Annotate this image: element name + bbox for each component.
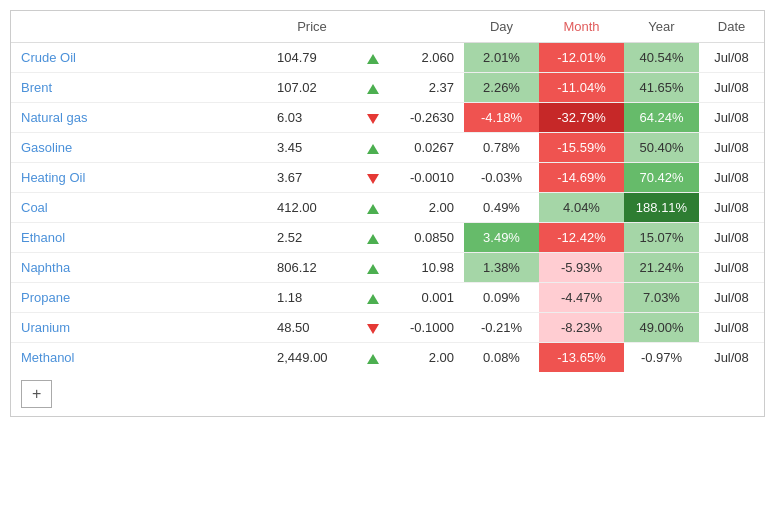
header-day: Day: [464, 11, 539, 43]
arrow-up-icon: [367, 354, 379, 364]
commodity-month: -11.04%: [539, 73, 624, 103]
commodity-day: 2.26%: [464, 73, 539, 103]
commodity-name[interactable]: Gasoline: [11, 133, 267, 163]
commodity-date: Jul/08: [699, 163, 764, 193]
commodity-price: 107.02: [267, 73, 357, 103]
table-row: Propane1.180.0010.09%-4.47%7.03%Jul/08: [11, 283, 764, 313]
commodity-direction: [357, 313, 389, 343]
header-arrow: [357, 11, 389, 43]
commodity-name[interactable]: Brent: [11, 73, 267, 103]
commodity-year: 49.00%: [624, 313, 699, 343]
commodity-direction: [357, 343, 389, 373]
add-row-button[interactable]: +: [21, 380, 52, 408]
table-row: Coal412.002.000.49%4.04%188.11%Jul/08: [11, 193, 764, 223]
commodity-month: -13.65%: [539, 343, 624, 373]
commodity-direction: [357, 163, 389, 193]
add-row-section: +: [11, 372, 764, 416]
commodity-day: 3.49%: [464, 223, 539, 253]
commodity-month: 4.04%: [539, 193, 624, 223]
commodity-date: Jul/08: [699, 253, 764, 283]
commodity-price: 48.50: [267, 313, 357, 343]
commodity-day: 0.49%: [464, 193, 539, 223]
commodity-date: Jul/08: [699, 313, 764, 343]
commodity-direction: [357, 73, 389, 103]
header-change: [389, 11, 464, 43]
commodity-year: 41.65%: [624, 73, 699, 103]
commodity-name[interactable]: Naphtha: [11, 253, 267, 283]
commodity-date: Jul/08: [699, 223, 764, 253]
commodity-direction: [357, 253, 389, 283]
commodity-direction: [357, 43, 389, 73]
arrow-up-icon: [367, 204, 379, 214]
commodity-price: 806.12: [267, 253, 357, 283]
commodity-name[interactable]: Ethanol: [11, 223, 267, 253]
commodity-month: -4.47%: [539, 283, 624, 313]
commodity-price: 6.03: [267, 103, 357, 133]
table-row: Natural gas6.03-0.2630-4.18%-32.79%64.24…: [11, 103, 764, 133]
commodity-date: Jul/08: [699, 43, 764, 73]
arrow-down-icon: [367, 174, 379, 184]
commodity-date: Jul/08: [699, 133, 764, 163]
commodity-price: 2,449.00: [267, 343, 357, 373]
commodity-day: -0.21%: [464, 313, 539, 343]
commodity-date: Jul/08: [699, 103, 764, 133]
commodity-name[interactable]: Propane: [11, 283, 267, 313]
commodity-change: 0.0850: [389, 223, 464, 253]
commodity-month: -12.42%: [539, 223, 624, 253]
commodity-month: -8.23%: [539, 313, 624, 343]
commodity-change: 10.98: [389, 253, 464, 283]
header-year: Year: [624, 11, 699, 43]
table-row: Naphtha806.1210.981.38%-5.93%21.24%Jul/0…: [11, 253, 764, 283]
commodity-year: 15.07%: [624, 223, 699, 253]
commodity-year: 50.40%: [624, 133, 699, 163]
arrow-up-icon: [367, 234, 379, 244]
commodity-name[interactable]: Coal: [11, 193, 267, 223]
commodity-date: Jul/08: [699, 193, 764, 223]
arrow-down-icon: [367, 324, 379, 334]
arrow-up-icon: [367, 84, 379, 94]
commodity-price: 3.67: [267, 163, 357, 193]
commodity-change: -0.0010: [389, 163, 464, 193]
header-price: Price: [267, 11, 357, 43]
commodity-year: 7.03%: [624, 283, 699, 313]
commodity-direction: [357, 283, 389, 313]
commodity-name[interactable]: Heating Oil: [11, 163, 267, 193]
header-date: Date: [699, 11, 764, 43]
commodity-day: 0.08%: [464, 343, 539, 373]
table-header-row: Price Day Month Year Date: [11, 11, 764, 43]
commodity-direction: [357, 103, 389, 133]
arrow-up-icon: [367, 264, 379, 274]
arrow-up-icon: [367, 54, 379, 64]
commodity-year: -0.97%: [624, 343, 699, 373]
table-body: Crude Oil104.792.0602.01%-12.01%40.54%Ju…: [11, 43, 764, 373]
commodity-year: 70.42%: [624, 163, 699, 193]
table-row: Methanol2,449.002.000.08%-13.65%-0.97%Ju…: [11, 343, 764, 373]
commodity-year: 21.24%: [624, 253, 699, 283]
commodity-change: 2.060: [389, 43, 464, 73]
commodity-direction: [357, 223, 389, 253]
commodity-direction: [357, 133, 389, 163]
commodities-table: Price Day Month Year Date Crude Oil104.7…: [11, 11, 764, 372]
arrow-up-icon: [367, 144, 379, 154]
commodity-month: -5.93%: [539, 253, 624, 283]
commodity-date: Jul/08: [699, 343, 764, 373]
commodity-day: 0.78%: [464, 133, 539, 163]
table-row: Brent107.022.372.26%-11.04%41.65%Jul/08: [11, 73, 764, 103]
commodity-month: -12.01%: [539, 43, 624, 73]
table-row: Crude Oil104.792.0602.01%-12.01%40.54%Ju…: [11, 43, 764, 73]
commodity-price: 3.45: [267, 133, 357, 163]
commodity-change: -0.2630: [389, 103, 464, 133]
commodity-name[interactable]: Crude Oil: [11, 43, 267, 73]
commodity-name[interactable]: Methanol: [11, 343, 267, 373]
commodity-day: 2.01%: [464, 43, 539, 73]
commodity-date: Jul/08: [699, 283, 764, 313]
commodity-price: 2.52: [267, 223, 357, 253]
arrow-up-icon: [367, 294, 379, 304]
commodity-name[interactable]: Uranium: [11, 313, 267, 343]
commodity-month: -32.79%: [539, 103, 624, 133]
commodity-direction: [357, 193, 389, 223]
commodities-table-container: Price Day Month Year Date Crude Oil104.7…: [10, 10, 765, 417]
commodity-name[interactable]: Natural gas: [11, 103, 267, 133]
header-name: [11, 11, 267, 43]
table-row: Uranium48.50-0.1000-0.21%-8.23%49.00%Jul…: [11, 313, 764, 343]
